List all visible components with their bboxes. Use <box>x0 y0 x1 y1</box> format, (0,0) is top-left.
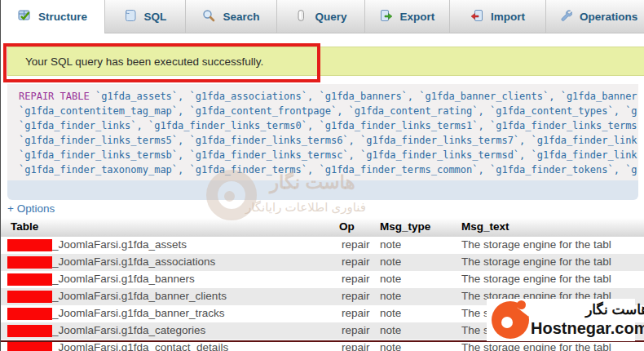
redacted-table-prefix <box>7 256 52 269</box>
cell-msg-text: The storage engine for the tabl <box>461 238 611 251</box>
cell-msg-type: note <box>380 255 401 268</box>
import-icon <box>470 9 483 24</box>
column-header-table: Table <box>11 220 38 233</box>
tab-sql[interactable]: SQL <box>105 0 186 33</box>
sql-line: `g1fda_finder_links_termsb`, `g1fda_find… <box>19 148 638 162</box>
sql-keyword: REPAIR TABLE <box>19 91 90 102</box>
brand-farsi-name: هاست نگار <box>585 302 644 318</box>
tab-operations[interactable]: Operations <box>546 0 644 33</box>
sql-line: `g1fda_finder_links_terms5`, `g1fda_find… <box>19 133 638 148</box>
phpmyadmin-page: Structure SQL Search Query Export Import… <box>0 0 644 351</box>
cell-op: repair <box>342 290 370 302</box>
column-header-msg-text: Msg_text <box>461 220 509 233</box>
sql-query-footer <box>7 180 638 200</box>
tab-label: Query <box>315 11 346 23</box>
results-header: Table Op Msg_type Msg_text <box>1 218 644 238</box>
search-icon <box>202 9 215 24</box>
brand-badge: هاست نگار Hostnegar.com <box>487 299 635 341</box>
cell-msg-type: note <box>380 324 401 336</box>
cell-op: repair <box>342 307 370 319</box>
sql-icon <box>124 9 137 24</box>
tab-query[interactable]: Query <box>277 0 365 33</box>
cell-table-name: _JoomlaFarsi.g1fda_contact_details <box>52 341 228 351</box>
tab-label: Operations <box>580 11 637 23</box>
cell-table-name: _JoomlaFarsi.g1fda_associations <box>52 255 215 268</box>
cell-table-name: _JoomlaFarsi.g1fda_assets <box>52 238 187 251</box>
tab-export[interactable]: Export <box>365 0 450 33</box>
brand-domain: Hostnegar.com <box>531 318 644 338</box>
tab-bar: Structure SQL Search Query Export Import… <box>1 0 644 33</box>
cell-table-name: _JoomlaFarsi.g1fda_categories <box>52 324 205 336</box>
watermark-subtitle: فناوری اطلاعات رایانگار <box>245 200 366 215</box>
sql-query-code: REPAIR TABLE `g1fda_assets`, `g1fda_asso… <box>7 84 638 180</box>
tab-label: SQL <box>144 11 167 23</box>
cell-table-name: _JoomlaFarsi.g1fda_banners <box>52 273 195 285</box>
table-row: _JoomlaFarsi.g1fda_associationsrepairnot… <box>1 254 644 271</box>
sql-line: REPAIR TABLE `g1fda_assets`, `g1fda_asso… <box>19 89 638 104</box>
cell-msg-text: The storage engine for the tabl <box>461 255 611 268</box>
cell-table-name: _JoomlaFarsi.g1fda_banner_tracks <box>52 307 225 319</box>
redacted-table-prefix <box>7 273 52 286</box>
cell-msg-text: The storage engine for the tabl <box>461 273 611 285</box>
cell-table-name: _JoomlaFarsi.g1fda_banner_clients <box>52 290 227 302</box>
cell-op: repair <box>342 273 370 285</box>
sql-line: `g1fda_finder_taxonomy_map`, `g1fda_find… <box>19 162 638 177</box>
sql-query-box: REPAIR TABLE `g1fda_assets`, `g1fda_asso… <box>7 84 638 200</box>
tab-search[interactable]: Search <box>186 0 277 33</box>
options-toggle[interactable]: + Options <box>7 202 55 215</box>
cell-op: repair <box>342 341 370 351</box>
operations-icon <box>559 9 572 24</box>
success-message: Your SQL query has been executed success… <box>7 47 644 76</box>
tab-label: Search <box>223 11 259 23</box>
sql-line: `g1fda_contentitem_tag_map`, `g1fda_cont… <box>19 104 638 118</box>
query-icon <box>294 9 307 24</box>
table-row: _JoomlaFarsi.g1fda_assetsrepairnoteThe s… <box>1 237 644 254</box>
redacted-table-prefix <box>7 342 52 351</box>
tab-import[interactable]: Import <box>450 0 546 33</box>
success-message-text: Your SQL query has been executed success… <box>25 56 263 68</box>
tab-label: Import <box>491 11 525 23</box>
redacted-table-prefix <box>7 308 52 320</box>
cell-op: repair <box>342 238 370 251</box>
cell-op: repair <box>342 324 370 336</box>
cell-msg-text: The storage engine for the tabl <box>461 341 611 351</box>
redacted-table-prefix <box>7 291 52 303</box>
tab-label: Export <box>400 11 435 23</box>
structure-icon <box>18 9 31 24</box>
cell-msg-type: note <box>380 290 401 302</box>
redacted-table-prefix <box>7 239 52 251</box>
hostnegar-logo-icon <box>492 301 529 339</box>
cell-op: repair <box>342 255 370 268</box>
cell-msg-type: note <box>380 273 401 285</box>
column-header-msg-type: Msg_type <box>380 220 430 233</box>
sql-line: `g1fda_finder_links`, `g1fda_finder_link… <box>19 118 638 133</box>
table-row: _JoomlaFarsi.g1fda_bannersrepairnoteThe … <box>1 271 644 288</box>
tab-structure[interactable]: Structure <box>1 0 105 33</box>
cell-msg-type: note <box>380 341 401 351</box>
tab-label: Structure <box>38 11 87 23</box>
cell-msg-type: note <box>380 307 401 319</box>
cell-msg-type: note <box>380 238 401 251</box>
export-icon <box>380 9 393 24</box>
column-header-op: Op <box>339 220 355 233</box>
redacted-table-prefix <box>7 325 52 337</box>
